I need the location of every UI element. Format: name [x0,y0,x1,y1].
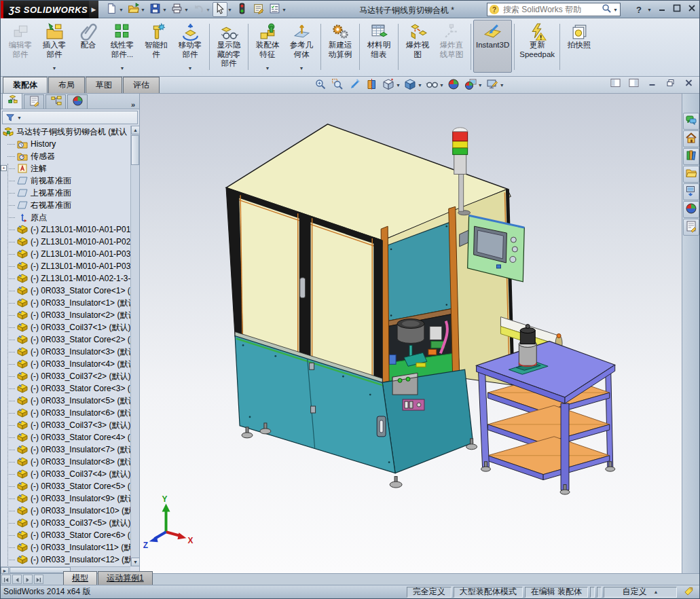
displaymanager-tab[interactable] [67,94,88,109]
panel-overflow-button[interactable]: » [131,101,135,109]
display-style-icon[interactable] [403,78,418,92]
parts-cart[interactable] [477,341,615,494]
scroll-thumb[interactable] [10,567,71,573]
tree-item[interactable]: + (-) 0R033_Coil37<2> (默认) [1,370,130,382]
tree-item[interactable]: + 前视基准面 [1,175,130,187]
assembly-features-button[interactable]: 装配体 特征 ▼ [251,20,284,73]
dropdown-arrow-icon[interactable]: ▼ [299,66,304,71]
select-button[interactable] [213,2,227,17]
close-button[interactable] [687,3,697,16]
tree-item[interactable]: + (-) 0R033_Insulator<3> (默认 [1,346,130,358]
dropdown-arrow-icon[interactable]: ▼ [439,83,444,88]
help-search-input[interactable] [502,4,602,15]
tree-item[interactable]: + (-) 0R033_Insulator<9> (默认 [1,492,130,505]
tree-item[interactable]: + (-) 0R033_Insulator<2> (默认 [1,309,130,321]
dropdown-arrow-icon[interactable]: ▼ [119,7,124,12]
dropdown-arrow-icon[interactable]: ▼ [120,66,125,71]
document-close-button[interactable] [682,78,695,90]
tree-item[interactable]: + (-) 0R033_Insulator<7> (默认 [1,443,130,456]
tree-item[interactable]: + (-) 0R033_Stator Core<5> (默 [1,480,130,492]
dropdown-arrow-icon[interactable]: ▼ [141,7,146,12]
undo-button[interactable] [191,2,206,17]
custom-properties-tab[interactable] [683,219,699,236]
next-tab-button[interactable] [23,575,33,584]
propertymanager-tab[interactable] [24,94,44,109]
menu-expand-arr[interactable]: ▶ [89,1,98,18]
new-motion-study-button[interactable]: 新建运 动算例 ▼ [323,20,357,73]
dropdown-arrow-icon[interactable]: ▼ [162,7,168,12]
tree-filter-bar[interactable]: ▼ [2,111,138,124]
update-speedpak-button[interactable]: 更新 Speedpak ▼ [517,20,557,73]
expand-icon[interactable]: + [1,165,7,171]
pane-toggle-left-button[interactable] [608,78,622,90]
solidworks-resources-tab[interactable] [683,130,699,147]
tree-item[interactable]: + (-) 0R033_Stator Core<3> (默 [1,382,130,395]
tree-item[interactable]: + 上视基准面 [1,187,130,199]
scroll-down-button[interactable]: ▼ [131,558,140,566]
tree-item[interactable]: + (-) 0R033_Coil37<4> (默认) [1,468,130,480]
view-palette-tab[interactable] [683,183,699,200]
solidworks-forum-tab[interactable] [683,113,699,130]
tree-item[interactable]: + 注解 [1,162,130,175]
document-restore-button[interactable] [663,78,677,90]
instant3d-button[interactable]: Instant3D ▼ [473,20,512,73]
scroll-thumb[interactable] [131,135,139,165]
dropdown-arrow-icon[interactable]: ▼ [418,83,422,88]
edit-appearance-icon[interactable] [446,78,461,92]
take-snapshot-button[interactable]: 拍快照 ▼ [562,20,596,73]
dropdown-arrow-icon[interactable]: ▼ [52,66,57,71]
section-view-icon[interactable] [364,78,379,92]
dropdown-arrow-icon[interactable]: ▼ [188,66,193,71]
dropdown-arrow-icon[interactable]: ▼ [500,83,504,88]
tree-item[interactable]: + (-) 0R033_Coil37<1> (默认) [1,321,130,333]
last-tab-button[interactable] [34,575,43,584]
search-icon[interactable] [602,3,612,16]
reference-geometry-button[interactable]: 参考几 何体 ▼ [284,20,318,73]
scroll-up-button[interactable]: ▲ [131,126,140,134]
bill-of-materials-button[interactable]: 材料明 细表 ▼ [362,20,396,73]
hide-show-items-icon[interactable] [424,78,439,92]
design-library-tab[interactable] [683,148,699,165]
document-minimize-button[interactable] [645,78,659,90]
tree-item[interactable]: + (-) ZL13L01-M010-A01-P03<1 [1,248,130,260]
edit-component-button[interactable]: 编辑零 部件 ▼ [3,20,37,73]
filter-dropdown-icon[interactable]: ▼ [17,115,22,120]
smart-fasteners-button[interactable]: 智能扣 件 ▼ [139,20,173,73]
zoom-to-fit-icon[interactable] [313,78,328,92]
help-dropdown-icon[interactable]: ▼ [647,7,652,12]
tree-item[interactable]: + (-) 0R033_Insulator<5> (默认 [1,395,130,407]
tree-vertical-scrollbar[interactable]: ▲ ▼ [130,126,139,566]
new-document-button[interactable] [104,2,119,17]
custom-dropdown-icon[interactable]: ▲ [654,589,659,594]
open-button[interactable] [126,2,141,17]
previous-view-icon[interactable] [347,78,362,92]
mate-button[interactable]: 配合 ▼ [71,20,105,73]
options-button[interactable] [267,2,282,17]
zoom-to-area-icon[interactable] [330,78,345,92]
appearances-scenes-tab[interactable] [683,201,699,218]
dropdown-arrow-icon[interactable]: ▼ [396,83,401,88]
linear-component-pattern-button[interactable]: 线性零 部件... ▼ [105,20,139,73]
tree-item[interactable]: + 传感器 [1,150,130,162]
dropdown-arrow-icon[interactable]: ▼ [282,7,287,12]
tree-item[interactable]: + (-) 0R033_Insulator<4> (默认 [1,358,130,370]
tree-item[interactable]: + 原点 [1,211,130,223]
tree-item[interactable]: + (-) 0R033_Stator Core<2> (默 [1,333,130,346]
tree-item[interactable]: + (-) 0R033_Insulator<1> (默认 [1,297,130,309]
model-tab[interactable]: 模型 [63,571,97,585]
tree-item[interactable]: + (-) 0R033_Coil37<3> (默认) [1,419,130,431]
rebuild-button[interactable] [234,2,249,17]
tree-item[interactable]: + (-) 0R033_Insulator<6> (默认 [1,407,130,419]
tree-item[interactable]: + (-) 0R033_Stator Core<6> (默 [1,529,130,541]
tree-root-item[interactable]: 马达转子铜线剪切铆合机 (默认 [1,126,130,138]
dropdown-arrow-icon[interactable]: ▼ [227,7,233,12]
tag-icon[interactable] [684,586,694,598]
tab-layout[interactable]: 布局 [48,77,85,93]
status-custom-segment[interactable]: 自定义 ▲ [604,587,677,598]
file-explorer-tab[interactable] [683,166,699,183]
view-settings-icon[interactable] [485,78,500,92]
tab-evaluate[interactable]: 评估 [123,77,160,93]
tab-assembly[interactable]: 装配体 [3,77,48,93]
help-search-box[interactable]: ? ▼ [487,3,621,16]
previous-tab-button[interactable] [12,575,22,584]
